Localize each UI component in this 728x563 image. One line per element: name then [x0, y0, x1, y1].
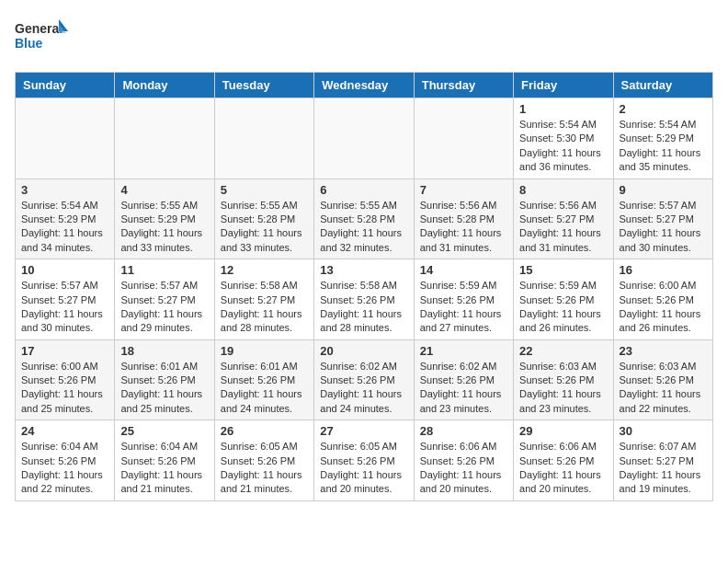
day-cell: [214, 98, 313, 179]
day-number: 21: [420, 344, 507, 358]
day-info: Sunrise: 6:03 AM Sunset: 5:26 PM Dayligh…: [519, 360, 607, 417]
weekday-header-sunday: Sunday: [16, 73, 115, 98]
day-cell: 20Sunrise: 6:02 AM Sunset: 5:26 PM Dayli…: [314, 339, 414, 420]
day-number: 30: [620, 424, 707, 438]
day-number: 15: [519, 263, 607, 277]
day-info: Sunrise: 6:05 AM Sunset: 5:26 PM Dayligh…: [320, 440, 407, 497]
week-row-1: 1Sunrise: 5:54 AM Sunset: 5:30 PM Daylig…: [16, 98, 713, 179]
day-number: 18: [120, 344, 208, 358]
logo: General Blue: [15, 15, 70, 61]
day-cell: 7Sunrise: 5:56 AM Sunset: 5:28 PM Daylig…: [414, 178, 513, 259]
svg-text:Blue: Blue: [15, 36, 43, 51]
day-number: 1: [519, 102, 607, 116]
day-cell: 19Sunrise: 6:01 AM Sunset: 5:26 PM Dayli…: [214, 339, 313, 420]
day-cell: 21Sunrise: 6:02 AM Sunset: 5:26 PM Dayli…: [414, 339, 513, 420]
day-info: Sunrise: 6:04 AM Sunset: 5:26 PM Dayligh…: [21, 440, 108, 497]
weekday-header-row: SundayMondayTuesdayWednesdayThursdayFrid…: [16, 73, 713, 98]
day-number: 19: [221, 344, 308, 358]
day-number: 16: [620, 263, 707, 277]
day-number: 2: [620, 102, 707, 116]
day-number: 3: [21, 183, 108, 197]
day-cell: 15Sunrise: 5:59 AM Sunset: 5:26 PM Dayli…: [514, 259, 613, 340]
day-number: 27: [320, 424, 407, 438]
day-info: Sunrise: 6:05 AM Sunset: 5:26 PM Dayligh…: [221, 440, 308, 497]
day-number: 26: [221, 424, 308, 438]
day-number: 9: [620, 183, 707, 197]
week-row-5: 24Sunrise: 6:04 AM Sunset: 5:26 PM Dayli…: [16, 420, 713, 501]
header: General Blue: [15, 15, 713, 61]
day-cell: [414, 98, 513, 179]
day-info: Sunrise: 5:59 AM Sunset: 5:26 PM Dayligh…: [420, 279, 507, 336]
day-info: Sunrise: 6:04 AM Sunset: 5:26 PM Dayligh…: [120, 440, 208, 497]
week-row-2: 3Sunrise: 5:54 AM Sunset: 5:29 PM Daylig…: [16, 178, 713, 259]
day-cell: [16, 98, 115, 179]
weekday-header-saturday: Saturday: [613, 73, 712, 98]
day-number: 5: [221, 183, 308, 197]
day-cell: [314, 98, 414, 179]
svg-text:General: General: [15, 21, 63, 36]
day-info: Sunrise: 6:02 AM Sunset: 5:26 PM Dayligh…: [320, 360, 407, 417]
day-cell: 22Sunrise: 6:03 AM Sunset: 5:26 PM Dayli…: [514, 339, 613, 420]
day-info: Sunrise: 6:06 AM Sunset: 5:26 PM Dayligh…: [519, 440, 607, 497]
day-cell: 29Sunrise: 6:06 AM Sunset: 5:26 PM Dayli…: [514, 420, 613, 501]
day-info: Sunrise: 5:57 AM Sunset: 5:27 PM Dayligh…: [620, 199, 707, 256]
day-number: 11: [120, 263, 208, 277]
day-cell: 3Sunrise: 5:54 AM Sunset: 5:29 PM Daylig…: [16, 178, 115, 259]
page: General Blue SundayMondayTuesdayWednesda…: [0, 0, 728, 516]
day-info: Sunrise: 5:56 AM Sunset: 5:28 PM Dayligh…: [420, 199, 507, 256]
day-cell: 17Sunrise: 6:00 AM Sunset: 5:26 PM Dayli…: [16, 339, 115, 420]
day-cell: [115, 98, 214, 179]
day-info: Sunrise: 6:01 AM Sunset: 5:26 PM Dayligh…: [221, 360, 308, 417]
day-cell: 6Sunrise: 5:55 AM Sunset: 5:28 PM Daylig…: [314, 178, 414, 259]
day-info: Sunrise: 6:03 AM Sunset: 5:26 PM Dayligh…: [620, 360, 707, 417]
day-number: 13: [320, 263, 407, 277]
day-info: Sunrise: 6:00 AM Sunset: 5:26 PM Dayligh…: [620, 279, 707, 336]
day-info: Sunrise: 6:00 AM Sunset: 5:26 PM Dayligh…: [21, 360, 108, 417]
day-cell: 24Sunrise: 6:04 AM Sunset: 5:26 PM Dayli…: [16, 420, 115, 501]
weekday-header-wednesday: Wednesday: [314, 73, 414, 98]
day-info: Sunrise: 6:02 AM Sunset: 5:26 PM Dayligh…: [420, 360, 507, 417]
day-info: Sunrise: 5:54 AM Sunset: 5:30 PM Dayligh…: [519, 118, 607, 175]
day-number: 25: [120, 424, 208, 438]
day-cell: 11Sunrise: 5:57 AM Sunset: 5:27 PM Dayli…: [115, 259, 214, 340]
day-info: Sunrise: 6:06 AM Sunset: 5:26 PM Dayligh…: [420, 440, 507, 497]
day-cell: 30Sunrise: 6:07 AM Sunset: 5:27 PM Dayli…: [613, 420, 712, 501]
day-info: Sunrise: 6:01 AM Sunset: 5:26 PM Dayligh…: [120, 360, 208, 417]
day-number: 23: [620, 344, 707, 358]
day-number: 24: [21, 424, 108, 438]
week-row-3: 10Sunrise: 5:57 AM Sunset: 5:27 PM Dayli…: [16, 259, 713, 340]
day-number: 20: [320, 344, 407, 358]
day-cell: 14Sunrise: 5:59 AM Sunset: 5:26 PM Dayli…: [414, 259, 513, 340]
day-number: 17: [21, 344, 108, 358]
day-cell: 25Sunrise: 6:04 AM Sunset: 5:26 PM Dayli…: [115, 420, 214, 501]
day-number: 22: [519, 344, 607, 358]
day-cell: 12Sunrise: 5:58 AM Sunset: 5:27 PM Dayli…: [214, 259, 313, 340]
day-cell: 26Sunrise: 6:05 AM Sunset: 5:26 PM Dayli…: [214, 420, 313, 501]
day-cell: 18Sunrise: 6:01 AM Sunset: 5:26 PM Dayli…: [115, 339, 214, 420]
week-row-4: 17Sunrise: 6:00 AM Sunset: 5:26 PM Dayli…: [16, 339, 713, 420]
weekday-header-monday: Monday: [115, 73, 214, 98]
weekday-header-tuesday: Tuesday: [214, 73, 313, 98]
day-cell: 27Sunrise: 6:05 AM Sunset: 5:26 PM Dayli…: [314, 420, 414, 501]
day-number: 4: [120, 183, 208, 197]
day-number: 6: [320, 183, 407, 197]
day-info: Sunrise: 5:58 AM Sunset: 5:26 PM Dayligh…: [320, 279, 407, 336]
day-info: Sunrise: 5:59 AM Sunset: 5:26 PM Dayligh…: [519, 279, 607, 336]
weekday-header-friday: Friday: [514, 73, 613, 98]
day-info: Sunrise: 5:55 AM Sunset: 5:28 PM Dayligh…: [221, 199, 308, 256]
day-number: 14: [420, 263, 507, 277]
logo-icon: General Blue: [15, 15, 70, 61]
day-number: 8: [519, 183, 607, 197]
day-info: Sunrise: 5:54 AM Sunset: 5:29 PM Dayligh…: [21, 199, 108, 256]
day-cell: 23Sunrise: 6:03 AM Sunset: 5:26 PM Dayli…: [613, 339, 712, 420]
day-info: Sunrise: 5:57 AM Sunset: 5:27 PM Dayligh…: [21, 279, 108, 336]
day-info: Sunrise: 5:55 AM Sunset: 5:28 PM Dayligh…: [320, 199, 407, 256]
day-cell: 28Sunrise: 6:06 AM Sunset: 5:26 PM Dayli…: [414, 420, 513, 501]
day-number: 7: [420, 183, 507, 197]
calendar-table: SundayMondayTuesdayWednesdayThursdayFrid…: [15, 72, 713, 501]
day-cell: 1Sunrise: 5:54 AM Sunset: 5:30 PM Daylig…: [514, 98, 613, 179]
day-number: 12: [221, 263, 308, 277]
day-number: 28: [420, 424, 507, 438]
day-cell: 5Sunrise: 5:55 AM Sunset: 5:28 PM Daylig…: [214, 178, 313, 259]
day-cell: 16Sunrise: 6:00 AM Sunset: 5:26 PM Dayli…: [613, 259, 712, 340]
